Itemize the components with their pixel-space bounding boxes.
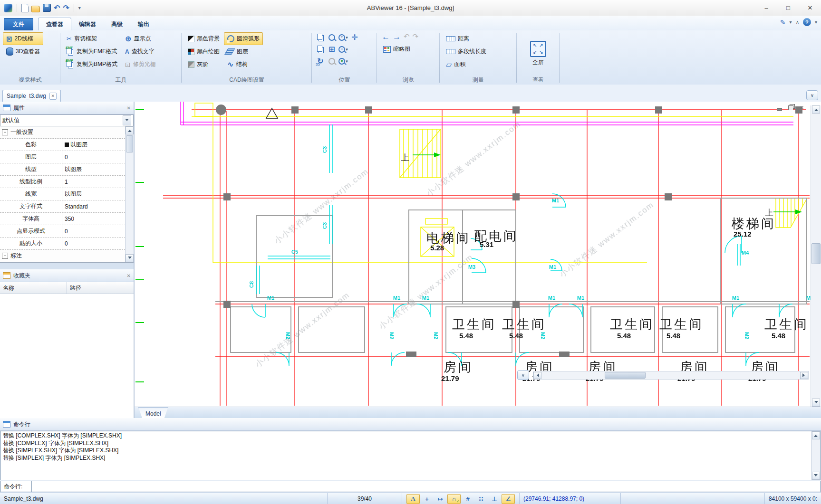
fullscreen-button[interactable]: ↖↗↙↘ 全屏 xyxy=(530,41,546,67)
tab-output[interactable]: 输出 xyxy=(130,18,157,30)
grid-dots-toggle-icon[interactable]: ∷ xyxy=(475,494,487,504)
minimize-button[interactable]: – xyxy=(755,0,777,16)
property-row[interactable]: 文字样式 Standard xyxy=(0,200,126,213)
pan-button[interactable]: ✛ xyxy=(349,32,360,43)
column-path[interactable]: 路径 xyxy=(67,282,134,294)
close-properties-icon[interactable]: ✕ xyxy=(127,105,131,111)
undo-icon[interactable]: ↶ xyxy=(54,4,60,12)
property-row[interactable]: 线型 以图层 xyxy=(0,163,126,176)
zoom-out-button[interactable]: −▾ xyxy=(338,44,349,55)
black-white-drawing-button[interactable]: 黑白绘图 xyxy=(184,45,223,58)
zoom-window-button[interactable] xyxy=(326,32,338,43)
dimension-toggle-icon[interactable]: ↦ xyxy=(434,494,446,504)
drawing-canvas[interactable]: 小小软件迷 www.xxrjm.com 小小软件迷 www.xxrjm.com … xyxy=(135,102,821,407)
layers-button[interactable]: 图层 xyxy=(224,45,263,58)
redo-icon[interactable]: ↷ xyxy=(63,4,69,12)
save-file-icon[interactable] xyxy=(43,4,51,12)
property-group-row[interactable]: − 一般设置 xyxy=(0,126,126,139)
property-row[interactable]: 点显示模式 0 xyxy=(0,225,126,238)
scroll-up-button[interactable] xyxy=(812,431,820,439)
scroll-up-button[interactable] xyxy=(812,105,820,114)
distance-button[interactable]: 距离 xyxy=(443,32,490,45)
property-row[interactable]: 线型比例 1 xyxy=(0,176,126,188)
open-file-icon[interactable] xyxy=(31,6,40,12)
text-display-toggle-icon[interactable]: A xyxy=(406,494,420,504)
close-button[interactable]: ✕ xyxy=(799,0,821,16)
ortho-toggle-icon[interactable]: ⊥ xyxy=(488,494,501,504)
maximize-button[interactable]: □ xyxy=(777,0,799,16)
close-favorites-icon[interactable]: ✕ xyxy=(127,273,131,278)
scroll-thumb[interactable] xyxy=(811,243,821,264)
panel-splitter[interactable] xyxy=(0,263,134,269)
snap-toggle-icon[interactable]: + xyxy=(421,494,433,504)
tab-advanced[interactable]: 高级 xyxy=(104,18,130,30)
collapse-ribbon-icon[interactable]: ∧ xyxy=(796,20,799,25)
scroll-thumb[interactable] xyxy=(126,135,133,152)
command-history[interactable]: 替换 [COMPLEX.SHX] 字体为 [SIMPLEX.SHX] 替换 [C… xyxy=(0,431,821,480)
help-dropdown-icon[interactable]: ▾ xyxy=(815,20,817,25)
thumbnails-button[interactable]: 缩略图 xyxy=(380,43,418,56)
horizontal-scrollbar[interactable] xyxy=(533,371,809,380)
customize-toolbar-dropdown-icon[interactable]: ▾ xyxy=(78,6,81,10)
show-points-button[interactable]: ⊕ 显示点 xyxy=(122,32,159,45)
structure-button[interactable]: ∿ 结构 xyxy=(224,58,263,71)
area-button[interactable]: ▱ 面积 xyxy=(443,58,490,71)
find-text-button[interactable]: A 查找文字 xyxy=(122,45,159,58)
document-tab[interactable]: Sample_t3.dwg ✕ xyxy=(2,90,61,102)
black-background-button[interactable]: 黑色背景 xyxy=(184,32,223,45)
clip-frame-button[interactable]: ✂ 剪切框架 xyxy=(63,32,121,45)
smooth-arcs-button[interactable]: 圆滑弧形 xyxy=(224,32,263,45)
zoom-in-button[interactable]: +▾ xyxy=(338,32,349,43)
collapse-group-icon[interactable]: − xyxy=(2,253,8,259)
scroll-down-button[interactable] xyxy=(812,399,820,407)
close-document-icon[interactable]: ✕ xyxy=(49,93,57,100)
scroll-up-button[interactable] xyxy=(126,126,134,134)
zoom-extents-button[interactable]: ●▾ xyxy=(338,56,349,67)
property-row[interactable]: 點的大小 0 xyxy=(0,238,126,250)
magnet-snap-toggle-icon[interactable]: ∩✓ xyxy=(447,494,461,504)
insert-view-button[interactable] xyxy=(315,32,326,43)
grayscale-button[interactable]: 灰阶 xyxy=(184,58,223,71)
command-scrollbar[interactable] xyxy=(811,431,820,480)
pencil-dropdown-icon[interactable]: ▾ xyxy=(790,20,792,25)
mdi-restore-icon[interactable] xyxy=(787,105,794,111)
property-row[interactable]: 图层 0 xyxy=(0,151,126,163)
column-name[interactable]: 名称 xyxy=(0,282,67,294)
tab-overflow-chevron-button[interactable]: ∨ xyxy=(806,90,818,100)
scroll-left-button[interactable] xyxy=(533,372,541,379)
command-input[interactable] xyxy=(32,481,821,492)
property-row[interactable]: 色彩 以图层 xyxy=(0,139,126,151)
property-group-row[interactable]: − 标注 xyxy=(0,250,126,262)
mdi-close-icon[interactable]: ✕ xyxy=(798,105,806,111)
new-file-icon[interactable] xyxy=(21,4,29,12)
property-preset-select[interactable]: 默认值 xyxy=(0,114,134,126)
back-icon[interactable]: ← xyxy=(382,33,390,41)
copy-as-emf-button[interactable]: EMF 复制为EMF格式 xyxy=(63,45,121,58)
rotate-view-button[interactable]: ↻35° xyxy=(315,56,326,67)
polyline-length-button[interactable]: 多段线长度 xyxy=(443,45,490,58)
canvas-chevron-button[interactable]: ∨ xyxy=(517,370,529,380)
tab-file[interactable]: 文件 xyxy=(4,18,33,30)
property-row[interactable]: 字体高 350 xyxy=(0,213,126,225)
fit-to-window-button[interactable]: ⊞ xyxy=(326,44,338,55)
polar-toggle-icon[interactable]: ∠ xyxy=(502,494,515,504)
scroll-down-button[interactable] xyxy=(126,254,134,262)
annotate-pencil-icon[interactable]: ✎ xyxy=(780,19,786,26)
forward-icon[interactable]: → xyxy=(393,33,401,41)
scroll-thumb[interactable] xyxy=(605,372,646,379)
scroll-right-button[interactable] xyxy=(800,372,808,379)
mdi-minimize-icon[interactable] xyxy=(775,105,783,111)
2d-wireframe-button[interactable]: ⊠ 2D线框 xyxy=(3,32,43,45)
tab-viewer[interactable]: 查看器 xyxy=(38,18,71,30)
favorites-list[interactable] xyxy=(0,294,134,418)
model-tab[interactable]: Model xyxy=(138,407,168,418)
property-row[interactable]: 线宽 以图层 xyxy=(0,188,126,200)
help-icon[interactable]: ? xyxy=(803,18,811,26)
grid-toggle-icon[interactable]: # xyxy=(462,494,474,504)
vertical-scrollbar[interactable] xyxy=(811,105,821,407)
3d-viewer-button[interactable]: 3D查看器 xyxy=(3,45,43,58)
copy-view-button[interactable] xyxy=(315,44,326,55)
scroll-down-button[interactable] xyxy=(812,472,820,480)
property-grid-scrollbar[interactable] xyxy=(125,126,134,262)
collapse-group-icon[interactable]: − xyxy=(2,129,8,135)
